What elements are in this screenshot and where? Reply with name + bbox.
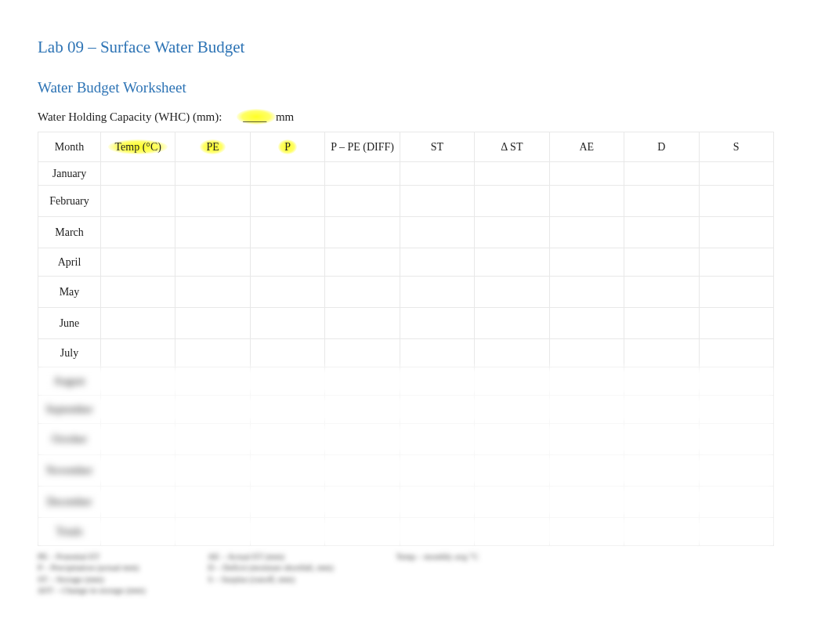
data-cell — [549, 396, 624, 424]
data-cell — [549, 367, 624, 396]
data-cell — [400, 487, 474, 518]
section-title: Water Budget Worksheet — [38, 79, 794, 96]
header-d: D — [624, 132, 699, 162]
page-title: Lab 09 – Surface Water Budget — [38, 38, 794, 57]
data-cell — [101, 396, 175, 424]
data-cell — [325, 248, 400, 277]
header-st: ST — [400, 132, 474, 162]
data-cell — [549, 186, 624, 217]
whc-blank: ____ — [243, 110, 266, 123]
data-cell — [175, 396, 250, 424]
whc-line: Water Holding Capacity (WHC) (mm): ____ … — [38, 110, 794, 124]
data-cell — [699, 367, 774, 396]
data-cell — [699, 455, 774, 487]
table-row: January — [38, 162, 774, 186]
table-row: July — [38, 339, 774, 367]
data-cell — [400, 424, 474, 455]
data-cell — [101, 217, 175, 248]
data-cell — [549, 162, 624, 186]
data-cell — [624, 518, 699, 546]
data-cell — [475, 248, 549, 277]
header-diff: P – PE (DIFF) — [325, 132, 400, 162]
data-cell — [624, 424, 699, 455]
legend: PE – Potential ET P – Precipitation (act… — [38, 551, 794, 595]
data-cell — [325, 455, 400, 487]
table-row: March — [38, 217, 774, 248]
data-cell — [175, 277, 250, 308]
data-cell — [400, 455, 474, 487]
data-cell — [175, 424, 250, 455]
header-dst: Δ ST — [475, 132, 549, 162]
data-cell — [325, 518, 400, 546]
data-cell — [250, 487, 324, 518]
header-temp-highlight: Temp (°C) — [108, 139, 167, 154]
data-cell — [624, 217, 699, 248]
data-cell — [475, 308, 549, 339]
header-pe: PE — [175, 132, 250, 162]
data-cell — [250, 277, 324, 308]
data-cell — [624, 339, 699, 367]
data-cell — [624, 308, 699, 339]
data-cell — [250, 424, 324, 455]
data-cell — [400, 367, 474, 396]
table-row: June — [38, 308, 774, 339]
data-cell — [699, 162, 774, 186]
whc-unit: mm — [276, 110, 294, 123]
month-cell: April — [38, 248, 101, 277]
data-cell — [699, 186, 774, 217]
data-cell — [175, 339, 250, 367]
data-cell — [250, 396, 324, 424]
data-cell — [549, 308, 624, 339]
data-cell — [624, 162, 699, 186]
data-cell — [475, 277, 549, 308]
data-cell — [101, 277, 175, 308]
table-row: December — [38, 487, 774, 518]
header-ae: AE — [549, 132, 624, 162]
header-p-highlight: P — [278, 139, 297, 154]
table-row-totals: Totals — [38, 518, 774, 546]
data-cell — [325, 396, 400, 424]
data-cell — [400, 162, 474, 186]
data-cell — [624, 367, 699, 396]
data-cell — [400, 339, 474, 367]
data-cell — [400, 248, 474, 277]
data-cell — [699, 277, 774, 308]
header-month: Month — [38, 132, 101, 162]
data-cell — [250, 217, 324, 248]
data-cell — [325, 424, 400, 455]
legend-line: ST – Storage (mm) — [38, 573, 145, 584]
legend-line: S – Surplus (runoff, mm) — [208, 573, 333, 584]
data-cell — [624, 277, 699, 308]
data-cell — [325, 367, 400, 396]
data-cell — [624, 396, 699, 424]
table-row: August — [38, 367, 774, 396]
month-cell: September — [38, 396, 101, 424]
data-cell — [699, 518, 774, 546]
data-cell — [549, 217, 624, 248]
data-cell — [699, 487, 774, 518]
header-s: S — [699, 132, 774, 162]
data-cell — [325, 277, 400, 308]
data-cell — [250, 186, 324, 217]
whc-blank-highlight: ____ — [237, 109, 276, 125]
data-cell — [175, 217, 250, 248]
table-row: September — [38, 396, 774, 424]
legend-line: Temp – monthly avg °C — [396, 551, 479, 562]
data-cell — [325, 487, 400, 518]
data-cell — [400, 277, 474, 308]
data-cell — [699, 217, 774, 248]
data-cell — [624, 455, 699, 487]
legend-line: ΔST – Change in storage (mm) — [38, 584, 145, 595]
data-cell — [175, 367, 250, 396]
data-cell — [699, 396, 774, 424]
data-cell — [475, 424, 549, 455]
legend-col-3: Temp – monthly avg °C — [396, 551, 479, 595]
month-cell: May — [38, 277, 101, 308]
data-cell — [549, 277, 624, 308]
data-cell — [175, 487, 250, 518]
whc-label: Water Holding Capacity (WHC) (mm): — [38, 110, 222, 123]
legend-line: P – Precipitation (actual mm) — [38, 562, 145, 573]
legend-line: D – Deficit (moisture shortfall, mm) — [208, 562, 333, 573]
month-cell: February — [38, 186, 101, 217]
header-p: P — [250, 132, 324, 162]
